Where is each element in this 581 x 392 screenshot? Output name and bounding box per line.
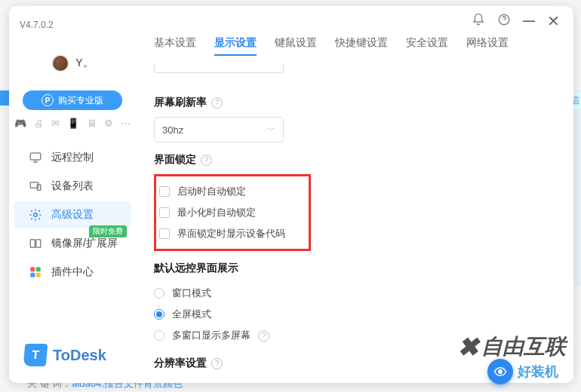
radio[interactable]	[154, 330, 164, 341]
svg-rect-9	[36, 273, 41, 277]
help-icon[interactable]: ?	[258, 330, 269, 341]
svg-rect-7	[36, 267, 41, 271]
nav-remote-control[interactable]: 远程控制	[14, 144, 131, 171]
help-icon[interactable]: ?	[211, 97, 223, 109]
sidebar: V4.7.0.2 Y。 P 购买专业版 🎮 🖨 ✉ 📱 🖥 ⚙ ⋯ 远程控制	[9, 6, 136, 383]
mirror-icon	[29, 237, 42, 250]
monitor-icon[interactable]: 🖥	[87, 118, 97, 129]
tab-basic[interactable]: 基本设置	[154, 36, 196, 56]
help-icon[interactable]	[497, 13, 511, 29]
brand-block: T ToDesk	[9, 333, 136, 383]
svg-point-11	[498, 369, 503, 374]
tab-network[interactable]: 网络设置	[466, 36, 509, 56]
tab-keyboard-mouse[interactable]: 键鼠设置	[275, 36, 317, 56]
app-window: V4.7.0.2 Y。 P 购买专业版 🎮 🖨 ✉ 📱 🖥 ⚙ ⋯ 远程控制	[9, 6, 573, 383]
settings-tabs: 基本设置 显示设置 键鼠设置 快捷键设置 安全设置 网络设置	[136, 36, 573, 64]
close-button[interactable]: ✕	[547, 12, 560, 30]
chk-show-device-code[interactable]: 界面锁定时显示设备代码	[159, 223, 303, 244]
display-mode-label: 默认远控界面展示	[154, 262, 555, 275]
refresh-rate-label: 屏幕刷新率 ?	[154, 96, 555, 109]
settings-content: 简体中文 ▾ 屏幕刷新率 ? 30hz ﹀ 界面锁定 ? 启动时自动锁定	[136, 64, 573, 378]
lock-section-label: 界面锁定 ?	[154, 153, 555, 167]
brand-logo-icon: T	[23, 344, 48, 366]
buy-pro-label: 购买专业版	[58, 94, 103, 107]
checkbox[interactable]	[159, 207, 170, 218]
radio-fullscreen-mode[interactable]: 全屏模式	[154, 304, 555, 325]
refresh-rate-select[interactable]: 30hz ﹀	[154, 117, 284, 142]
nav-mirror-screen[interactable]: 镜像屏/扩展屏 限时免费	[14, 230, 131, 257]
phone-icon[interactable]: 📱	[67, 118, 79, 129]
window-controls: — ✕	[136, 6, 573, 36]
help-icon[interactable]: ?	[211, 358, 223, 369]
tab-display[interactable]: 显示设置	[214, 36, 257, 56]
version-label: V4.7.0.2	[9, 20, 136, 30]
device-type-icons: 🎮 🖨 ✉ 📱 🖥 ⚙ ⋯	[9, 118, 136, 129]
plugin-icon	[29, 265, 42, 279]
svg-rect-6	[30, 267, 35, 271]
username: Y。	[75, 57, 93, 70]
gamepad-icon[interactable]: 🎮	[14, 118, 26, 129]
footer-watermark: 好装机	[487, 359, 558, 384]
chk-lock-on-minimize[interactable]: 最小化时自动锁定	[159, 202, 303, 223]
radio[interactable]	[154, 309, 164, 320]
svg-rect-8	[30, 273, 35, 277]
nav-plugin-center[interactable]: 插件中心	[14, 259, 131, 286]
buy-pro-button[interactable]: P 购买专业版	[23, 90, 122, 110]
svg-rect-0	[30, 153, 41, 160]
bell-icon[interactable]	[472, 13, 485, 29]
pro-badge-icon: P	[42, 94, 54, 106]
printer-icon[interactable]: 🖨	[34, 118, 44, 129]
gear-icon[interactable]: ⚙	[104, 118, 113, 129]
limited-free-tag: 限时免费	[89, 225, 127, 237]
eye-icon	[487, 359, 513, 384]
more-icon[interactable]: ⋯	[121, 118, 131, 129]
user-block[interactable]: Y。	[9, 54, 136, 72]
checkbox[interactable]	[159, 186, 170, 197]
devices-icon	[29, 179, 42, 193]
language-select-partial[interactable]: 简体中文 ▾	[154, 64, 284, 73]
brand-name: ToDesk	[53, 347, 106, 364]
watermark: ✖ 自由互联	[457, 332, 566, 362]
tab-security[interactable]: 安全设置	[406, 36, 448, 56]
svg-rect-4	[30, 240, 35, 248]
mail-icon[interactable]: ✉	[51, 118, 60, 129]
minimize-button[interactable]: —	[523, 14, 535, 28]
lock-options-highlight: 启动时自动锁定 最小化时自动锁定 界面锁定时显示设备代码	[154, 174, 311, 251]
x-icon: ✖	[457, 332, 478, 362]
help-icon[interactable]: ?	[201, 155, 212, 166]
radio-window-mode[interactable]: 窗口模式	[154, 283, 555, 304]
monitor-icon	[29, 151, 42, 164]
settings-icon	[29, 208, 42, 222]
main-panel: — ✕ 基本设置 显示设置 键鼠设置 快捷键设置 安全设置 网络设置 简体中文 …	[136, 6, 573, 383]
nav-advanced-settings[interactable]: 高级设置	[14, 201, 131, 228]
chk-lock-on-start[interactable]: 启动时自动锁定	[159, 181, 303, 202]
svg-point-3	[34, 213, 38, 217]
svg-rect-5	[36, 240, 41, 248]
avatar	[51, 54, 69, 72]
checkbox[interactable]	[159, 228, 170, 239]
chevron-down-icon: ﹀	[267, 124, 275, 136]
tab-shortcuts[interactable]: 快捷键设置	[335, 36, 388, 56]
sidebar-nav: 远程控制 设备列表 高级设置 镜像屏/扩展屏 限时免费	[9, 144, 136, 286]
nav-device-list[interactable]: 设备列表	[14, 173, 131, 200]
radio[interactable]	[154, 288, 164, 299]
